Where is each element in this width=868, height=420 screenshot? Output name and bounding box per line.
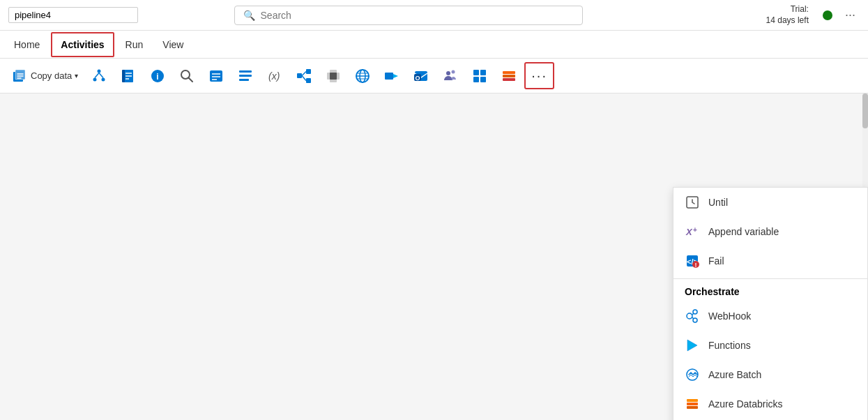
append-variable-label: Append variable [708, 226, 779, 237]
more-activities-button[interactable]: ··· [524, 62, 554, 89]
svg-rect-47 [480, 77, 486, 82]
svg-rect-21 [239, 75, 252, 77]
fail-label: Fail [708, 255, 724, 267]
svg-rect-67 [687, 403, 698, 405]
menu-item-activities[interactable]: Activities [51, 32, 114, 57]
toolbar: Copy data ▾ [0, 59, 868, 93]
functions-item[interactable]: Functions [673, 331, 867, 360]
copy-data-icon [11, 68, 28, 84]
svg-marker-63 [687, 340, 697, 351]
crop-button[interactable] [319, 63, 347, 89]
until-icon [685, 195, 700, 210]
grid-icon [471, 68, 488, 84]
svg-text:!: ! [695, 262, 697, 269]
fail-item[interactable]: </> ! Fail [673, 246, 867, 276]
functions-label: Functions [708, 340, 751, 351]
svg-text:+: + [693, 226, 697, 234]
crop-icon [325, 68, 342, 84]
info-icon: i [149, 68, 166, 84]
copy-data-button[interactable]: Copy data ▾ [6, 63, 84, 89]
branch-icon [91, 68, 107, 84]
svg-rect-25 [306, 69, 311, 74]
notebook-button[interactable] [114, 63, 142, 89]
menu-item-home[interactable]: Home [6, 33, 48, 56]
search-box: 🔍 [234, 6, 583, 25]
svg-point-3 [93, 77, 97, 81]
topbar-more-button[interactable]: ··· [841, 5, 860, 25]
azure-databricks-icon [685, 396, 700, 412]
flow-button[interactable] [290, 63, 318, 89]
notebook-icon [120, 68, 137, 84]
variable-button[interactable]: (x) [261, 63, 289, 89]
svg-line-15 [189, 77, 193, 82]
trial-info: Trial: 14 days left [766, 4, 809, 26]
svg-point-43 [452, 70, 455, 73]
trial-days: 14 days left [766, 15, 809, 25]
webhook-item[interactable]: WebHook [673, 301, 867, 331]
lines-button[interactable] [231, 63, 259, 89]
stack-button[interactable] [495, 63, 523, 89]
orchestrate-section-label: Orchestrate [673, 278, 867, 301]
svg-rect-66 [687, 406, 698, 409]
outlook-button[interactable]: O [407, 63, 435, 89]
append-variable-icon: X + [685, 224, 700, 239]
svg-point-2 [98, 69, 101, 73]
svg-rect-50 [503, 71, 515, 74]
until-label: Until [708, 197, 728, 208]
svg-line-5 [95, 73, 99, 77]
more-dots-icon: ··· [531, 68, 547, 84]
branch-button[interactable] [85, 63, 113, 89]
globe-button[interactable] [349, 63, 376, 89]
script-button[interactable] [202, 63, 230, 89]
webhook-label: WebHook [708, 310, 751, 322]
stream-icon [383, 68, 400, 84]
svg-point-58 [687, 313, 692, 319]
menu-item-view[interactable]: View [154, 33, 192, 56]
svg-rect-22 [239, 79, 249, 81]
teams-icon [442, 68, 459, 84]
search-toolbar-icon [178, 68, 195, 84]
teams-button[interactable] [436, 63, 464, 89]
canvas-area: Until X + Append variable </> [0, 93, 868, 420]
dropdown-scrollbar-thumb[interactable] [862, 93, 868, 128]
azure-batch-item[interactable]: Azure Batch [673, 360, 867, 389]
functions-icon [685, 338, 700, 353]
activities-dropdown-panel: Until X + Append variable </> [673, 187, 868, 420]
svg-rect-37 [385, 73, 393, 80]
svg-rect-24 [297, 73, 302, 78]
menu-item-run[interactable]: Run [117, 33, 152, 56]
svg-line-61 [692, 313, 694, 315]
azure-databricks-label: Azure Databricks [708, 398, 783, 410]
menu-bar: Home Activities Run View [0, 31, 868, 59]
svg-rect-26 [306, 78, 311, 83]
stream-button[interactable] [378, 63, 406, 89]
script-icon [208, 68, 224, 84]
search-icon: 🔍 [243, 10, 255, 21]
info-button[interactable]: i [144, 63, 172, 89]
main-content: Home Activities Run View Copy data ▾ [0, 31, 868, 420]
svg-rect-20 [239, 70, 252, 73]
svg-line-62 [692, 317, 694, 319]
svg-line-6 [99, 73, 103, 77]
until-item[interactable]: Until [673, 188, 867, 217]
connection-status-dot [823, 10, 832, 20]
trial-label: Trial: [791, 4, 809, 14]
pipeline-name-input[interactable]: pipeline4 [8, 7, 138, 23]
azure-databricks-item[interactable]: Azure Databricks [673, 389, 867, 419]
svg-point-4 [102, 77, 105, 81]
search-input[interactable] [261, 10, 574, 21]
azure-batch-label: Azure Batch [708, 369, 761, 380]
svg-point-42 [446, 71, 450, 75]
svg-line-28 [302, 75, 306, 80]
svg-text:i: i [157, 71, 159, 81]
svg-rect-31 [330, 73, 337, 80]
search-button[interactable] [173, 63, 201, 89]
append-variable-item[interactable]: X + Append variable [673, 217, 867, 246]
fail-icon: </> ! [685, 253, 700, 269]
svg-marker-38 [393, 74, 398, 78]
flow-icon [296, 68, 312, 84]
svg-text:X: X [685, 227, 693, 237]
svg-rect-44 [473, 70, 479, 75]
variable-icon: (x) [266, 68, 283, 84]
grid-button[interactable] [466, 63, 494, 89]
